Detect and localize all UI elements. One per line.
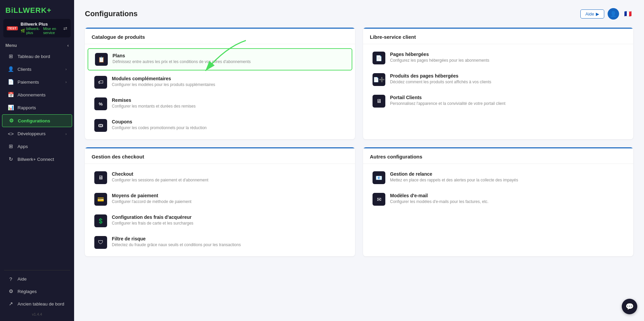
portail-text: Portail Clients Personnalisez l'apparenc… [390, 95, 624, 107]
sidebar-item-abonnements[interactable]: 📅 Abonnements [2, 89, 72, 101]
test-badge: TEST [7, 26, 18, 30]
remises-title: Remises [112, 97, 346, 103]
lang-button[interactable]: 🇫🇷 [622, 10, 633, 18]
sidebar-item-label: Ancien tableau de bord [18, 301, 64, 307]
card-checkout-header: Gestion des checkout [85, 147, 355, 164]
sidebar-item-configurations[interactable]: ⚙ Configurations [2, 114, 72, 127]
connect-icon: ↻ [7, 156, 14, 162]
sidebar-item-tableau[interactable]: ⊞ Tableau de bord [2, 50, 72, 62]
moyens-desc: Configurer l'accord de méthode de paieme… [112, 199, 346, 205]
sidebar-item-label: Rapports [18, 105, 36, 110]
email-title: Modèles d'e-mail [390, 193, 624, 198]
modules-icon: 🏷 [94, 76, 107, 89]
account-status: Mise en service [43, 27, 61, 35]
main-content: Configurations Aide ▶ 👤 🇫🇷 [74, 0, 644, 321]
produits-text: Produits des pages hébergées Décidez com… [390, 73, 624, 85]
portail-title: Portail Clients [390, 95, 624, 100]
plans-title: Plans [112, 53, 345, 58]
modules-text: Modules complémentaires Configurer les m… [112, 76, 346, 88]
sidebar-item-label: Billwerk+ Connect [18, 157, 54, 162]
sidebar-item-rapports[interactable]: 📊 Rapports [2, 101, 72, 114]
relance-title: Gestion de relance [390, 171, 624, 177]
filtre-icon: 🛡 [94, 236, 107, 249]
code-icon: <> [7, 131, 14, 137]
modules-title: Modules complémentaires [112, 76, 346, 81]
help-icon: ? [7, 276, 14, 282]
user-button[interactable]: 👤 [608, 8, 619, 20]
account-name: Billwerk Plus [21, 22, 61, 27]
card-item-portail[interactable]: 🖥 Portail Clients Personnalisez l'appare… [366, 91, 631, 112]
card-checkout: Gestion des checkout 🖥 Checkout Configur… [85, 147, 355, 256]
email-text: Modèles d'e-mail Configurer les modèles … [390, 193, 624, 205]
sidebar-item-reglages[interactable]: ⚙ Réglages [2, 285, 72, 297]
chat-button[interactable]: 💬 [622, 299, 637, 314]
sidebar-item-connect[interactable]: ↻ Billwerk+ Connect [2, 153, 72, 165]
card-item-modules[interactable]: 🏷 Modules complémentaires Configurer les… [88, 72, 352, 93]
card-item-checkout[interactable]: 🖥 Checkout Configurer les sessions de pa… [88, 167, 352, 188]
sidebar-item-paiements[interactable]: 📄 Paiements › [2, 76, 72, 88]
frais-text: Configuration des frais d'acquéreur Conf… [112, 214, 346, 226]
doc-icon: 📄 [7, 79, 14, 85]
menu-label: Menu [5, 43, 17, 48]
frais-icon: 💲 [94, 214, 107, 227]
filtre-desc: Détectez du fraude grâce naux seuils et … [112, 242, 346, 248]
plans-text: Plans Définissez entre autres les prix e… [112, 53, 345, 65]
filtre-title: Filtre de risque [112, 236, 346, 241]
sidebar-item-label: Réglages [18, 289, 37, 294]
transfer-icon[interactable]: ⇄ [63, 26, 67, 31]
logo-text: BiLLWERK [5, 6, 47, 14]
plans-desc: Définissez entre autres les prix et les … [112, 59, 345, 65]
card-item-plans[interactable]: 📋 Plans Définissez entre autres les prix… [88, 48, 352, 70]
logo: BiLLWERK+ [0, 0, 74, 19]
frais-desc: Configurer les frais de carte et les sur… [112, 221, 346, 226]
grid-icon: ⊞ [7, 53, 14, 59]
relance-desc: Mettez en place des rappels et des alert… [390, 177, 624, 183]
moyens-text: Moyens de paiement Configurer l'accord d… [112, 193, 346, 205]
card-item-email[interactable]: ✉ Modèles d'e-mail Configurer les modèle… [366, 189, 631, 210]
coupons-text: Coupons Configurer les codes promotionne… [112, 119, 346, 131]
menu-header: Menu ‹ [0, 40, 74, 50]
produits-desc: Décidez comment les produits sont affich… [390, 79, 624, 85]
arrow-icon: › [65, 67, 67, 71]
arrow-right-icon: ▶ [596, 11, 599, 17]
collapse-icon[interactable]: ‹ [67, 43, 69, 48]
card-catalogue-header: Catalogue de produits [85, 28, 355, 44]
cal-icon: 📅 [7, 92, 14, 98]
coupons-desc: Configurer les codes promotionnels pour … [112, 125, 346, 131]
portail-desc: Personnalisez l'apparence et la convivia… [390, 101, 624, 107]
logo-plus: + [47, 6, 52, 14]
sidebar-item-label: Tableau de bord [18, 54, 50, 59]
sidebar-item-apps[interactable]: ⊞ Apps [2, 140, 72, 152]
card-item-coupons[interactable]: 🎟 Coupons Configurer les codes promotion… [88, 115, 352, 136]
card-item-moyens-paiement[interactable]: 💳 Moyens de paiement Configurer l'accord… [88, 189, 352, 210]
card-item-remises[interactable]: % Remises Configurer les montants et dur… [88, 93, 352, 114]
card-item-pages[interactable]: 📄 Pages hébergées Configurez les pages h… [366, 48, 631, 68]
remises-icon: % [94, 97, 107, 110]
sidebar-item-clients[interactable]: 👤 Clients › [2, 63, 72, 75]
card-item-frais[interactable]: 💲 Configuration des frais d'acquéreur Co… [88, 210, 352, 231]
sidebar-item-label: Clients [18, 67, 31, 72]
card-item-relance[interactable]: 📧 Gestion de relance Mettez en place des… [366, 167, 631, 188]
card-catalogue-body: 📋 Plans Définissez entre autres les prix… [85, 44, 355, 139]
card-item-produits-pages[interactable]: 📄➕ Produits des pages hébergées Décidez … [366, 69, 631, 90]
sidebar-item-ancien[interactable]: ↗ Ancien tableau de bord [2, 298, 72, 310]
moyens-icon: 💳 [94, 193, 107, 206]
aide-button[interactable]: Aide ▶ [580, 9, 604, 19]
sidebar-item-label: Apps [18, 144, 28, 149]
card-libre-header: Libre-service client [363, 28, 633, 44]
user-icon: 👤 [7, 66, 14, 72]
card-item-filtre[interactable]: 🛡 Filtre de risque Détectez du fraude gr… [88, 232, 352, 253]
sidebar: BiLLWERK+ TEST Billwerk Plus 🌿 billwerk-… [0, 0, 74, 321]
divider [4, 270, 70, 270]
card-libre-service: Libre-service client 📄 Pages hébergées C… [363, 28, 633, 139]
cards-grid: Catalogue de produits 📋 Plans Définissez… [85, 28, 633, 256]
settings-icon: ⚙ [7, 288, 14, 294]
version: v1.4.4 [0, 310, 74, 318]
pages-title: Pages hébergées [390, 52, 624, 57]
sidebar-item-developpeurs[interactable]: <> Développeurs › [2, 128, 72, 140]
relance-icon: 📧 [373, 171, 385, 184]
account-info[interactable]: TEST Billwerk Plus 🌿 billwerk-plus Mise … [3, 19, 71, 37]
gear-icon: ⚙ [8, 118, 14, 124]
card-autres: Autres configurations 📧 Gestion de relan… [363, 147, 633, 256]
sidebar-item-aide[interactable]: ? Aide [2, 273, 72, 285]
